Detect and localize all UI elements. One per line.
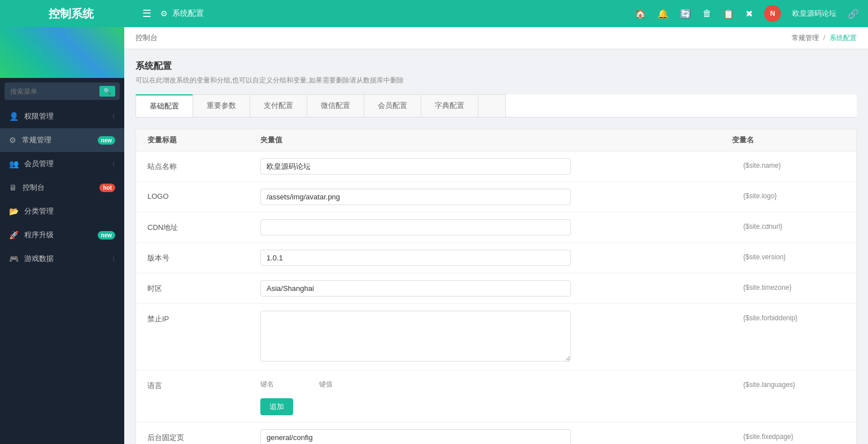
page-title-area: ⚙ 系统配置 — [160, 8, 204, 19]
input-version[interactable] — [260, 250, 571, 266]
input-site-name[interactable] — [260, 158, 571, 175]
var-version: {$site.version} — [732, 250, 845, 261]
form-row-timezone: 时区 {$site.timezone} — [136, 273, 856, 304]
sidebar-banner — [0, 27, 124, 78]
tabs-bar: 基础配置 重要参数 支付配置 微信配置 会员配置 字典配置 — [136, 94, 857, 117]
var-logo: {$site.logo} — [732, 189, 845, 200]
breadcrumb-link[interactable]: 常规管理 — [792, 33, 819, 43]
chevron-left-icon: 〈 — [109, 255, 115, 263]
header-left: 控制系统 ☰ ⚙ 系统配置 — [9, 6, 204, 21]
label-timezone: 时区 — [147, 280, 260, 294]
sidebar-menu: 👤 权限管理 〈 ⚙ 常规管理 new 👥 会员管理 〈 — [0, 105, 124, 444]
sidebar-item-label: 权限管理 — [24, 111, 54, 121]
breadcrumb-right: 常规管理 / 系统配置 — [792, 33, 857, 43]
upgrade-icon: 🚀 — [9, 230, 19, 240]
members-icon: 👥 — [9, 159, 19, 168]
share-icon[interactable]: 🔗 — [848, 8, 859, 19]
chevron-left-icon: 〈 — [109, 112, 115, 121]
var-fixedpage: {$site.fixedpage} — [732, 429, 845, 441]
chevron-left-icon: 〈 — [109, 160, 115, 168]
form-container: 变量标题 夹量值 变量名 站点名称 {$site.name} LOGO — [136, 129, 857, 444]
sidebar-item-label: 会员管理 — [24, 159, 54, 169]
var-cdn: {$site.cdnurl} — [732, 219, 845, 230]
input-timezone[interactable] — [260, 280, 571, 297]
permissions-icon: 👤 — [9, 112, 19, 121]
sidebar-item-label: 游戏数据 — [24, 254, 54, 264]
content-area: 控制台 常规管理 / 系统配置 系统配置 可以在此增改系统的变量和分组,也可以自… — [124, 27, 868, 444]
sidebar-item-gamedata[interactable]: 🎮 游戏数据 〈 — [0, 247, 124, 271]
var-site-name: {$site.name} — [732, 158, 845, 169]
game-icon: 🎮 — [9, 254, 19, 263]
page-title: 系统配置 — [136, 60, 857, 72]
user-name: 欧皇源码论坛 — [792, 8, 836, 19]
add-lang-button[interactable]: 追加 — [260, 398, 293, 415]
sidebar-item-label: 程序升级 — [24, 230, 54, 240]
value-version — [260, 250, 732, 266]
value-cdn — [260, 219, 732, 236]
new-badge: new — [98, 231, 115, 240]
input-cdn[interactable] — [260, 219, 571, 236]
sidebar-item-upgrade[interactable]: 🚀 程序升级 new — [0, 223, 124, 247]
value-forbidip — [260, 311, 732, 363]
lang-value-label: 键值 — [319, 380, 333, 389]
form-row-forbidip: 禁止IP {$site.forbiddenip} — [136, 304, 856, 371]
input-fixedpage[interactable] — [260, 429, 571, 444]
sidebar-item-categories[interactable]: 📂 分类管理 — [0, 199, 124, 223]
textarea-forbidip[interactable] — [260, 311, 571, 362]
value-fixedpage — [260, 429, 732, 444]
clipboard-icon[interactable]: 📋 — [723, 8, 734, 19]
home-icon[interactable]: 🏠 — [635, 8, 646, 19]
sidebar-item-members[interactable]: 👥 会员管理 〈 — [0, 152, 124, 176]
form-row-cdn: CDN地址 {$site.cdnurl} — [136, 212, 856, 243]
tab-basic-config[interactable]: 基础配置 — [136, 94, 193, 117]
dashboard-icon: 🖥 — [9, 183, 17, 192]
hamburger-icon[interactable]: ☰ — [142, 7, 151, 20]
bell-icon[interactable]: 🔔 — [657, 8, 669, 19]
sidebar-item-permissions[interactable]: 👤 权限管理 〈 — [0, 105, 124, 128]
header-page-title: 系统配置 — [172, 8, 204, 19]
page-content: 系统配置 可以在此增改系统的变量和分组,也可以自定义分组和变量,如果需要删除请从… — [124, 49, 868, 444]
header-right: 🏠 🔔 🔄 🗑 📋 ✖ N 欧皇源码论坛 🔗 — [635, 5, 859, 22]
tab-dict-config[interactable]: 字典配置 — [421, 94, 478, 117]
search-button[interactable]: 🔍 — [99, 86, 115, 97]
sidebar: 🔍 👤 权限管理 〈 ⚙ 常规管理 new 👥 会员管理 — [0, 27, 124, 444]
top-header: 控制系统 ☰ ⚙ 系统配置 🏠 🔔 🔄 🗑 📋 ✖ N 欧皇源码论坛 🔗 — [0, 0, 868, 27]
value-logo — [260, 189, 732, 205]
main-layout: 🔍 👤 权限管理 〈 ⚙ 常规管理 new 👥 会员管理 — [0, 27, 868, 444]
search-box: 🔍 — [5, 82, 120, 100]
tab-wechat-config[interactable]: 微信配置 — [307, 94, 364, 117]
breadcrumb-separator: / — [823, 34, 825, 42]
breadcrumb-home: 控制台 — [136, 33, 158, 43]
sidebar-item-dashboard[interactable]: 🖥 控制台 hot — [0, 176, 124, 199]
refresh-icon[interactable]: 🔄 — [680, 8, 691, 19]
close-icon[interactable]: ✖ — [745, 8, 753, 19]
search-input[interactable] — [10, 88, 95, 95]
col-name-header: 变量名 — [732, 135, 845, 145]
sidebar-item-label: 常规管理 — [22, 135, 51, 145]
form-row-site-name: 站点名称 {$site.name} — [136, 151, 856, 182]
new-badge: new — [98, 136, 115, 145]
label-forbidip: 禁止IP — [147, 311, 260, 324]
value-site-name — [260, 158, 732, 175]
gear-icon: ⚙ — [9, 136, 16, 145]
gear-icon-header: ⚙ — [160, 9, 168, 18]
sidebar-item-general[interactable]: ⚙ 常规管理 new — [0, 128, 124, 152]
value-language: 键名 键值 追加 — [260, 377, 732, 415]
tab-extra[interactable] — [478, 94, 506, 117]
avatar: N — [764, 5, 781, 22]
var-forbidip: {$site.forbiddenip} — [732, 311, 845, 322]
label-cdn: CDN地址 — [147, 219, 260, 233]
tab-member-config[interactable]: 会员配置 — [364, 94, 421, 117]
hot-badge: hot — [99, 184, 115, 192]
input-logo[interactable] — [260, 189, 571, 205]
label-language: 语言 — [147, 377, 260, 391]
sidebar-item-label: 分类管理 — [24, 206, 54, 216]
sidebar-item-label: 控制台 — [23, 182, 45, 193]
form-row-logo: LOGO {$site.logo} — [136, 182, 856, 212]
breadcrumb: 控制台 常规管理 / 系统配置 — [124, 27, 868, 49]
tab-important-params[interactable]: 重要参数 — [193, 94, 250, 117]
tab-payment-config[interactable]: 支付配置 — [250, 94, 307, 117]
logo-text: 控制系统 — [9, 6, 133, 21]
trash-icon[interactable]: 🗑 — [703, 8, 712, 19]
var-timezone: {$site.timezone} — [732, 280, 845, 291]
